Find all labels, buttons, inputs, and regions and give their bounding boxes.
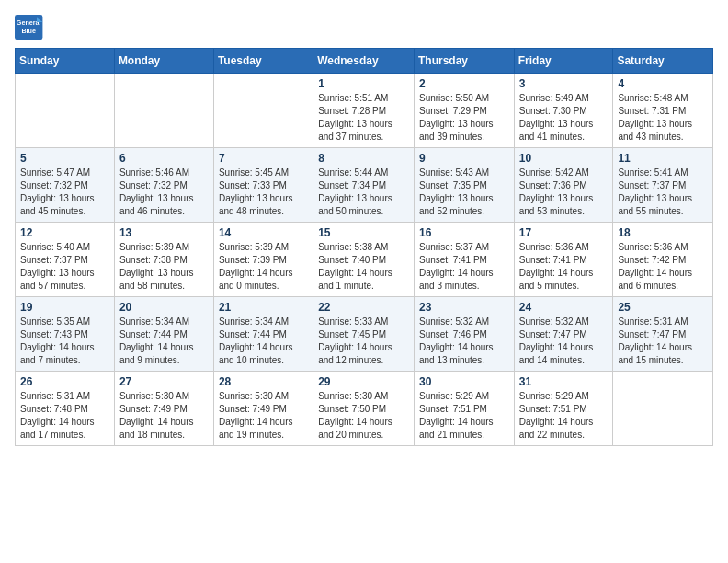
- calendar-cell: [613, 372, 713, 446]
- calendar-cell: 21Sunrise: 5:34 AMSunset: 7:44 PMDayligh…: [213, 297, 313, 372]
- day-number: 4: [618, 77, 708, 90]
- calendar-cell: 10Sunrise: 5:42 AMSunset: 7:36 PMDayligh…: [514, 148, 613, 223]
- day-info: Sunrise: 5:29 AMSunset: 7:51 PMDaylight:…: [419, 390, 509, 442]
- day-number: 31: [519, 375, 609, 388]
- day-number: 12: [20, 226, 109, 239]
- calendar-week-1: 1Sunrise: 5:51 AMSunset: 7:28 PMDaylight…: [16, 74, 713, 148]
- day-info: Sunrise: 5:51 AMSunset: 7:28 PMDaylight:…: [318, 92, 409, 144]
- day-number: 15: [318, 226, 409, 239]
- day-info: Sunrise: 5:47 AMSunset: 7:32 PMDaylight:…: [20, 167, 109, 218]
- calendar-week-4: 19Sunrise: 5:35 AMSunset: 7:43 PMDayligh…: [16, 297, 713, 372]
- day-info: Sunrise: 5:37 AMSunset: 7:41 PMDaylight:…: [419, 241, 509, 293]
- calendar-cell: 11Sunrise: 5:41 AMSunset: 7:37 PMDayligh…: [613, 148, 713, 223]
- column-header-thursday: Thursday: [414, 49, 514, 74]
- day-number: 11: [618, 152, 708, 165]
- calendar-cell: 18Sunrise: 5:36 AMSunset: 7:42 PMDayligh…: [613, 223, 713, 297]
- day-info: Sunrise: 5:29 AMSunset: 7:51 PMDaylight:…: [519, 390, 609, 442]
- day-info: Sunrise: 5:36 AMSunset: 7:42 PMDaylight:…: [618, 241, 708, 293]
- day-info: Sunrise: 5:32 AMSunset: 7:47 PMDaylight:…: [519, 316, 609, 367]
- day-number: 7: [219, 152, 308, 165]
- calendar-cell: 26Sunrise: 5:31 AMSunset: 7:48 PMDayligh…: [16, 372, 115, 446]
- calendar-week-2: 5Sunrise: 5:47 AMSunset: 7:32 PMDaylight…: [16, 148, 713, 223]
- day-number: 1: [318, 77, 409, 90]
- day-number: 28: [219, 375, 308, 388]
- day-info: Sunrise: 5:34 AMSunset: 7:44 PMDaylight:…: [219, 316, 308, 367]
- calendar-cell: 29Sunrise: 5:30 AMSunset: 7:50 PMDayligh…: [313, 372, 415, 446]
- day-info: Sunrise: 5:42 AMSunset: 7:36 PMDaylight:…: [519, 167, 609, 218]
- day-info: Sunrise: 5:46 AMSunset: 7:32 PMDaylight:…: [119, 167, 209, 218]
- day-info: Sunrise: 5:32 AMSunset: 7:46 PMDaylight:…: [419, 316, 509, 367]
- calendar-cell: 24Sunrise: 5:32 AMSunset: 7:47 PMDayligh…: [514, 297, 613, 372]
- day-number: 23: [419, 301, 509, 314]
- day-number: 19: [20, 301, 109, 314]
- day-number: 30: [419, 375, 509, 388]
- day-info: Sunrise: 5:45 AMSunset: 7:33 PMDaylight:…: [219, 167, 308, 218]
- day-info: Sunrise: 5:39 AMSunset: 7:39 PMDaylight:…: [219, 241, 308, 293]
- calendar-cell: 8Sunrise: 5:44 AMSunset: 7:34 PMDaylight…: [313, 148, 415, 223]
- day-info: Sunrise: 5:49 AMSunset: 7:30 PMDaylight:…: [519, 92, 609, 144]
- calendar-cell: 16Sunrise: 5:37 AMSunset: 7:41 PMDayligh…: [414, 223, 514, 297]
- day-info: Sunrise: 5:30 AMSunset: 7:49 PMDaylight:…: [119, 390, 209, 442]
- calendar-cell: [213, 74, 313, 148]
- day-info: Sunrise: 5:31 AMSunset: 7:48 PMDaylight:…: [20, 390, 109, 442]
- day-info: Sunrise: 5:38 AMSunset: 7:40 PMDaylight:…: [318, 241, 409, 293]
- calendar-week-3: 12Sunrise: 5:40 AMSunset: 7:37 PMDayligh…: [16, 223, 713, 297]
- day-info: Sunrise: 5:34 AMSunset: 7:44 PMDaylight:…: [119, 316, 209, 367]
- day-number: 13: [119, 226, 209, 239]
- calendar-cell: 7Sunrise: 5:45 AMSunset: 7:33 PMDaylight…: [213, 148, 313, 223]
- calendar-cell: 9Sunrise: 5:43 AMSunset: 7:35 PMDaylight…: [414, 148, 514, 223]
- day-number: 26: [20, 375, 109, 388]
- calendar-header-row: SundayMondayTuesdayWednesdayThursdayFrid…: [16, 49, 713, 74]
- column-header-wednesday: Wednesday: [313, 49, 415, 74]
- day-number: 29: [318, 375, 409, 388]
- day-info: Sunrise: 5:44 AMSunset: 7:34 PMDaylight:…: [318, 167, 409, 218]
- calendar-table: SundayMondayTuesdayWednesdayThursdayFrid…: [15, 48, 713, 446]
- day-number: 2: [419, 77, 509, 90]
- calendar-cell: 19Sunrise: 5:35 AMSunset: 7:43 PMDayligh…: [16, 297, 115, 372]
- calendar-week-5: 26Sunrise: 5:31 AMSunset: 7:48 PMDayligh…: [16, 372, 713, 446]
- calendar-cell: 22Sunrise: 5:33 AMSunset: 7:45 PMDayligh…: [313, 297, 415, 372]
- day-number: 9: [419, 152, 509, 165]
- day-info: Sunrise: 5:50 AMSunset: 7:29 PMDaylight:…: [419, 92, 509, 144]
- calendar-cell: 6Sunrise: 5:46 AMSunset: 7:32 PMDaylight…: [114, 148, 213, 223]
- calendar-cell: 13Sunrise: 5:39 AMSunset: 7:38 PMDayligh…: [114, 223, 213, 297]
- day-info: Sunrise: 5:33 AMSunset: 7:45 PMDaylight:…: [318, 316, 409, 367]
- day-info: Sunrise: 5:40 AMSunset: 7:37 PMDaylight:…: [20, 241, 109, 293]
- calendar-cell: 28Sunrise: 5:30 AMSunset: 7:49 PMDayligh…: [213, 372, 313, 446]
- column-header-tuesday: Tuesday: [213, 49, 313, 74]
- calendar-cell: 1Sunrise: 5:51 AMSunset: 7:28 PMDaylight…: [313, 74, 415, 148]
- calendar-cell: 20Sunrise: 5:34 AMSunset: 7:44 PMDayligh…: [114, 297, 213, 372]
- day-info: Sunrise: 5:30 AMSunset: 7:49 PMDaylight:…: [219, 390, 308, 442]
- calendar-cell: 23Sunrise: 5:32 AMSunset: 7:46 PMDayligh…: [414, 297, 514, 372]
- column-header-sunday: Sunday: [16, 49, 115, 74]
- day-info: Sunrise: 5:35 AMSunset: 7:43 PMDaylight:…: [20, 316, 109, 367]
- day-number: 21: [219, 301, 308, 314]
- day-number: 14: [219, 226, 308, 239]
- day-info: Sunrise: 5:30 AMSunset: 7:50 PMDaylight:…: [318, 390, 409, 442]
- calendar-cell: [114, 74, 213, 148]
- day-number: 3: [519, 77, 609, 90]
- calendar-cell: 4Sunrise: 5:48 AMSunset: 7:31 PMDaylight…: [613, 74, 713, 148]
- column-header-saturday: Saturday: [613, 49, 713, 74]
- day-info: Sunrise: 5:31 AMSunset: 7:47 PMDaylight:…: [618, 316, 708, 367]
- column-header-friday: Friday: [514, 49, 613, 74]
- calendar-cell: 25Sunrise: 5:31 AMSunset: 7:47 PMDayligh…: [613, 297, 713, 372]
- day-number: 17: [519, 226, 609, 239]
- day-number: 10: [519, 152, 609, 165]
- day-info: Sunrise: 5:36 AMSunset: 7:41 PMDaylight:…: [519, 241, 609, 293]
- calendar-cell: 14Sunrise: 5:39 AMSunset: 7:39 PMDayligh…: [213, 223, 313, 297]
- calendar-cell: 3Sunrise: 5:49 AMSunset: 7:30 PMDaylight…: [514, 74, 613, 148]
- calendar-cell: 15Sunrise: 5:38 AMSunset: 7:40 PMDayligh…: [313, 223, 415, 297]
- calendar-cell: 30Sunrise: 5:29 AMSunset: 7:51 PMDayligh…: [414, 372, 514, 446]
- svg-text:Blue: Blue: [21, 27, 36, 35]
- day-info: Sunrise: 5:43 AMSunset: 7:35 PMDaylight:…: [419, 167, 509, 218]
- day-number: 27: [119, 375, 209, 388]
- day-info: Sunrise: 5:41 AMSunset: 7:37 PMDaylight:…: [618, 167, 708, 218]
- logo: General Blue: [15, 15, 44, 40]
- day-number: 6: [119, 152, 209, 165]
- calendar-cell: 2Sunrise: 5:50 AMSunset: 7:29 PMDaylight…: [414, 74, 514, 148]
- calendar-cell: 27Sunrise: 5:30 AMSunset: 7:49 PMDayligh…: [114, 372, 213, 446]
- logo-icon: General Blue: [15, 15, 44, 40]
- calendar-cell: 12Sunrise: 5:40 AMSunset: 7:37 PMDayligh…: [16, 223, 115, 297]
- day-number: 24: [519, 301, 609, 314]
